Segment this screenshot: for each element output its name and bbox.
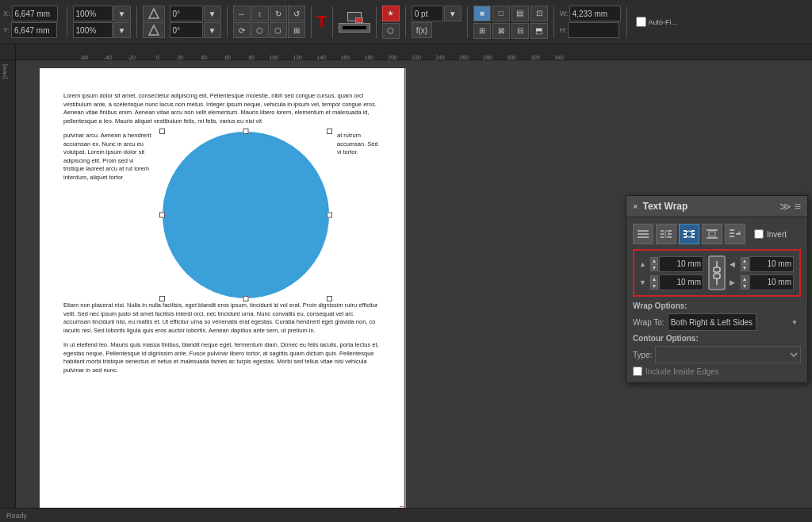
align-btn[interactable]: ⊞ (288, 22, 305, 38)
contour-section: Contour Options: Type: (633, 334, 801, 363)
view-btn-2[interactable]: □ (492, 6, 510, 21)
grid-btn-3[interactable]: ⊟ (511, 23, 529, 39)
svg-rect-23 (730, 232, 734, 234)
offset-top-down[interactable]: ▼ (650, 264, 658, 271)
stroke-dropdown[interactable]: ▼ (444, 6, 462, 21)
offset-right-top-down[interactable]: ▼ (741, 264, 749, 271)
y-input[interactable]: 6,647 mm (11, 22, 57, 38)
effects-btn-2[interactable]: ⬡ (382, 23, 400, 39)
text-wrap-panel: × Text Wrap ≫ ≡ (626, 195, 808, 383)
distort-btn[interactable]: ⬡ (270, 22, 287, 38)
ruler-mark: 280 (470, 55, 494, 60)
ruler-mark: 260 (446, 55, 470, 60)
effects-btn[interactable]: ★ (382, 6, 400, 21)
include-inside-edges-check[interactable] (633, 367, 642, 376)
stroke-color-bar[interactable] (339, 23, 370, 33)
fill-icon[interactable] (347, 12, 362, 21)
rotation-dropdown-1[interactable]: ▼ (204, 6, 221, 21)
x-label: X: (3, 10, 10, 17)
transform-again-btn[interactable]: ⟳ (233, 22, 251, 38)
auto-fit-check[interactable] (636, 17, 646, 27)
h-input[interactable] (568, 22, 619, 38)
panel-close-icon[interactable]: × (633, 202, 638, 211)
lorem-text-4: In ut eleifend leo. Mauris quis massa fi… (63, 341, 379, 374)
rotation-input-2[interactable] (170, 22, 203, 38)
offset-right-input[interactable] (749, 256, 794, 272)
stroke-function[interactable]: f(x) (412, 22, 432, 38)
wrap-to-label: Wrap To: (633, 318, 665, 327)
x-input[interactable]: 6,647 mm (12, 6, 58, 21)
wrap-bbox-icon (659, 227, 673, 241)
h-label: H: (560, 26, 567, 34)
offset-top-up[interactable]: ▲ (650, 257, 658, 264)
handle-br[interactable] (327, 296, 332, 301)
zoom-dropdown-2[interactable]: ▼ (113, 22, 131, 38)
sep10 (626, 6, 627, 38)
flip-h-btn[interactable]: ↔ (233, 6, 251, 21)
main-area: [view] Lorem ipsum dolor sit amet, conse… (0, 60, 812, 508)
flip-v-btn[interactable]: ↕ (251, 6, 269, 21)
ruler-mark: 0 (137, 55, 161, 60)
handle-bl[interactable] (159, 296, 165, 301)
offset-left-up[interactable]: ▲ (741, 275, 749, 282)
panel-expand-icon[interactable]: ≫ (779, 200, 791, 213)
handle-tl[interactable] (159, 129, 165, 134)
canvas-area[interactable]: Lorem ipsum dolor sit amet, consectetur … (16, 60, 812, 508)
zoom-input-1[interactable] (73, 6, 113, 21)
link-icon-btn[interactable] (708, 255, 726, 290)
type-row: Type: (633, 346, 801, 363)
grid-btn-2[interactable]: ⊠ (492, 23, 510, 39)
offset-top-input[interactable] (659, 256, 703, 272)
svg-rect-6 (668, 230, 672, 232)
handle-ml[interactable] (159, 213, 165, 218)
no-wrap-btn[interactable] (633, 224, 653, 244)
rotate-ccw-btn[interactable]: ↺ (288, 6, 305, 21)
text-image-row: pulvinar arcu. Aenean a hendrerit accums… (63, 132, 381, 298)
invert-checkbox[interactable] (754, 229, 764, 239)
zoom-dropdown-1[interactable]: ▼ (113, 6, 131, 21)
view-btn-3[interactable]: ▤ (511, 6, 529, 21)
transform-btn-2[interactable] (143, 22, 165, 38)
offset-bottom-input[interactable] (659, 274, 703, 290)
offset-right-top-up[interactable]: ▲ (741, 257, 749, 264)
image-frame[interactable] (163, 132, 329, 298)
svg-rect-28 (714, 267, 720, 272)
view-btn-4[interactable]: ⊡ (530, 6, 548, 21)
stroke-input[interactable] (412, 6, 443, 21)
wrap-to-select[interactable]: Both Right & Left Sides Right Side Left … (668, 313, 756, 331)
panel-menu-icon[interactable]: ≡ (795, 200, 801, 213)
handle-tr[interactable] (327, 129, 332, 134)
sep2 (136, 6, 137, 38)
offset-left-down[interactable]: ▼ (741, 282, 749, 290)
lorem-text-3: Etiam non placerat nisi. Nulla in nulla … (63, 301, 377, 334)
jump-next-btn[interactable] (725, 224, 745, 244)
sep6 (376, 6, 377, 38)
handle-mr[interactable] (327, 213, 332, 218)
grid-btn[interactable]: ⊞ (473, 23, 491, 39)
svg-marker-1 (149, 25, 159, 35)
offset-left-input[interactable] (749, 274, 794, 290)
rotation-input-1[interactable] (170, 6, 203, 21)
svg-rect-20 (709, 232, 715, 236)
type-select[interactable] (655, 346, 801, 363)
wrap-bbox-btn[interactable] (656, 224, 676, 244)
offset-bottom-up[interactable]: ▲ (650, 275, 658, 282)
handle-bc[interactable] (243, 296, 249, 301)
grid-btn-4[interactable]: ⬒ (530, 23, 548, 39)
sep1 (67, 6, 67, 38)
rotate-cw-btn[interactable]: ↻ (270, 6, 287, 21)
transform-btn-1[interactable] (143, 6, 165, 21)
sep9 (553, 6, 554, 38)
view-btn-1[interactable]: ■ (473, 6, 491, 21)
offset-bottom-down[interactable]: ▼ (650, 282, 658, 290)
text-tool-icon: T (317, 13, 327, 31)
reflect-btn[interactable]: ⬡ (251, 22, 269, 38)
rotation-dropdown-2[interactable]: ▼ (204, 22, 221, 38)
zoom-input-2[interactable] (73, 22, 113, 38)
wrap-object-btn[interactable] (679, 224, 699, 244)
horizontal-ruler: -60 -40 -20 0 20 40 60 80 100 120 140 16… (16, 44, 812, 60)
jump-object-btn[interactable] (702, 224, 722, 244)
handle-tc[interactable] (243, 129, 249, 134)
panel-header[interactable]: × Text Wrap ≫ ≡ (626, 196, 807, 217)
w-input[interactable] (569, 6, 621, 21)
